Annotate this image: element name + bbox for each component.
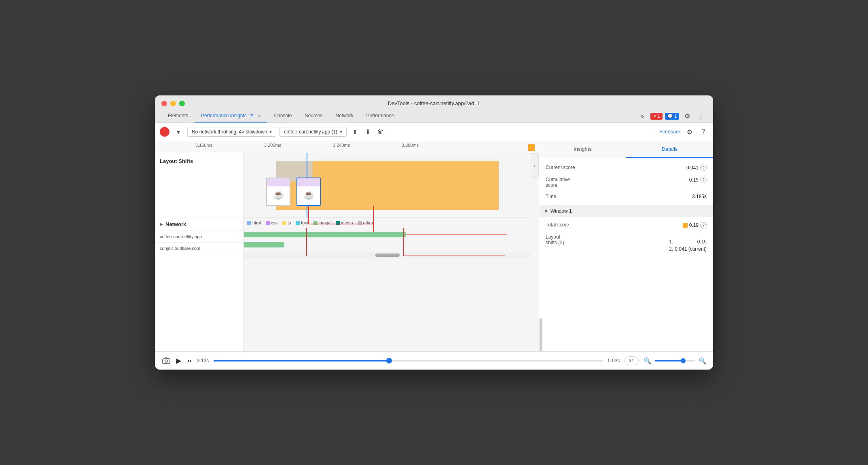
total-score-help-icon[interactable]: ? xyxy=(700,222,707,228)
cumulative-score-help-icon[interactable]: ? xyxy=(700,177,707,183)
more-tabs-button[interactable]: » xyxy=(637,110,648,122)
tab-performance[interactable]: Performance xyxy=(360,110,401,123)
expand-network-icon[interactable]: ▶ xyxy=(160,222,163,226)
play-button[interactable]: ▶ xyxy=(176,356,182,365)
legend-media: media xyxy=(336,220,353,225)
zoom-controls: 🔍 🔍 xyxy=(644,357,707,365)
right-scrollbar-thumb[interactable] xyxy=(540,319,542,351)
horizontal-scrollbar[interactable] xyxy=(244,252,531,258)
flask-icon: ⚗ xyxy=(250,113,254,118)
throttle-arrow-icon: ▾ xyxy=(269,129,272,135)
tab-sources[interactable]: Sources xyxy=(298,110,329,123)
zoom-in-icon[interactable]: 🔍 xyxy=(699,357,707,365)
window-section-header: ▼ Window 1 xyxy=(539,205,713,217)
scrubber-thumb[interactable] xyxy=(386,358,392,364)
thumbnail-2[interactable]: ☕ xyxy=(296,178,321,206)
current-score-value: 0.041 ? xyxy=(686,165,707,171)
details-body: Current score 0.041 ? Cumulativescore 0.… xyxy=(539,158,713,318)
help-icon[interactable]: ? xyxy=(699,127,708,137)
time-row: Time 3.185s xyxy=(546,194,707,199)
tab-details[interactable]: Details xyxy=(626,141,713,158)
delete-icon[interactable]: 🗑 xyxy=(376,127,385,137)
scrubber-track[interactable] xyxy=(214,360,603,361)
tab-console[interactable]: Console xyxy=(267,110,298,123)
feedback-link[interactable]: Feedback xyxy=(659,129,681,135)
devtools-window: DevTools - coffee-cart.netlify.app/?ad=1… xyxy=(155,95,713,370)
css-dot xyxy=(266,221,270,225)
zoom-slider[interactable] xyxy=(655,360,695,361)
section-collapse-icon[interactable]: ▼ xyxy=(544,209,548,213)
tab-performance-insights[interactable]: Performance insights ⚗ ✕ xyxy=(195,110,267,123)
download-icon[interactable]: ⬇ xyxy=(363,127,373,137)
svg-rect-7 xyxy=(163,359,170,364)
more-options-icon[interactable]: ⋮ xyxy=(695,110,707,122)
shift-val-1: 0.15 xyxy=(697,239,707,245)
error-badge[interactable]: ✕ 1 xyxy=(650,113,663,120)
toolbar: ▾ No network throttling, 4× slowdown ▾ c… xyxy=(155,123,713,141)
tabs-right: » ✕ 1 💬 1 ⚙ ⋮ xyxy=(637,110,707,122)
time-mark-1: 3,160ms xyxy=(195,143,212,148)
throttle-dropdown[interactable]: No network throttling, 4× slowdown ▾ xyxy=(187,127,276,137)
dropdown-arrow-icon[interactable]: ▾ xyxy=(173,126,184,137)
host-1-label: coffee-cart.netlify.app xyxy=(155,231,243,243)
timeline-panel: 3,160ms 3,200ms 3,240ms 3,280ms Layout S… xyxy=(155,141,539,351)
minimize-button[interactable] xyxy=(170,101,176,106)
right-scrollbar[interactable] xyxy=(539,318,542,351)
shift-list: 1. 0.15 2. 0.041 (current) xyxy=(669,238,707,253)
main-content: 3,160ms 3,200ms 3,240ms 3,280ms Layout S… xyxy=(155,141,713,351)
shift-item-1: 1. 0.15 xyxy=(669,238,707,245)
time-mark-3: 3,240ms xyxy=(333,143,350,148)
legend-html: html xyxy=(247,220,261,225)
speed-button[interactable]: x1 xyxy=(625,356,639,365)
time-ruler: 3,160ms 3,200ms 3,240ms 3,280ms xyxy=(155,141,539,153)
tab-network[interactable]: Network xyxy=(329,110,360,123)
legend-image: image xyxy=(313,220,331,225)
window-section-body: Total score 0.19 ? Layoutshifts (2) 1. xyxy=(546,217,707,263)
current-score-help-icon[interactable]: ? xyxy=(700,165,707,171)
time-end-display: 5.93s xyxy=(608,358,620,364)
details-tabs: Insights Details xyxy=(539,141,713,158)
traffic-lights xyxy=(161,101,185,106)
window-title: DevTools - coffee-cart.netlify.app/?ad=1 xyxy=(388,100,480,106)
thumbnail-1[interactable]: ☕ xyxy=(266,178,290,206)
shift-val-2: 0.041 (current) xyxy=(675,246,707,252)
time-mark-2: 3,200ms xyxy=(264,143,281,148)
zoom-out-icon[interactable]: 🔍 xyxy=(644,357,652,365)
time-mark-4: 3,280ms xyxy=(402,143,419,148)
maximize-button[interactable] xyxy=(179,101,185,106)
tracks-area: ☕ ☕ xyxy=(244,153,531,351)
collapse-panel-button[interactable]: › xyxy=(531,153,539,178)
scrubber[interactable] xyxy=(214,357,603,365)
url-dropdown[interactable]: coffee-cart.netlify.app (1) ▾ xyxy=(279,127,347,137)
settings-toolbar-icon[interactable]: ⚙ xyxy=(685,127,694,137)
timeline-labels: Layout Shifts ▶ Network coffee-cart.netl… xyxy=(155,153,244,351)
skip-back-button[interactable]: ⏮ xyxy=(186,357,192,364)
network-bar-2 xyxy=(244,242,284,247)
current-score-label: Current score xyxy=(546,165,598,170)
network-label: ▶ Network xyxy=(155,218,243,231)
record-button[interactable] xyxy=(160,127,169,137)
screenshot-icon[interactable] xyxy=(161,356,171,366)
tab-close-icon[interactable]: ✕ xyxy=(257,113,261,118)
js-dot xyxy=(282,221,286,225)
html-dot xyxy=(247,221,251,225)
thumb-cup-icon: ☕ xyxy=(273,190,284,200)
title-bar: DevTools - coffee-cart.netlify.app/?ad=1… xyxy=(155,95,713,123)
time-value: 3.185s xyxy=(692,194,707,199)
shift-item-2: 2. 0.041 (current) xyxy=(669,245,707,253)
tab-insights[interactable]: Insights xyxy=(539,141,626,158)
tab-elements[interactable]: Elements xyxy=(161,110,195,123)
cumulative-score-label: Cumulativescore xyxy=(546,177,598,188)
host-2-label: cdnjs.cloudflare.com xyxy=(155,243,243,254)
orange-marker xyxy=(528,144,535,151)
legend-font: font xyxy=(296,220,308,225)
scrollbar-thumb[interactable] xyxy=(375,254,400,257)
settings-icon[interactable]: ⚙ xyxy=(682,110,693,122)
info-badge[interactable]: 💬 1 xyxy=(665,113,679,120)
zoom-thumb[interactable] xyxy=(681,358,686,363)
other-dot xyxy=(358,221,362,225)
url-arrow-icon: ▾ xyxy=(340,129,342,135)
upload-icon[interactable]: ⬆ xyxy=(350,127,360,137)
details-panel: Insights Details Current score 0.041 ? xyxy=(539,141,713,351)
close-button[interactable] xyxy=(161,101,167,106)
